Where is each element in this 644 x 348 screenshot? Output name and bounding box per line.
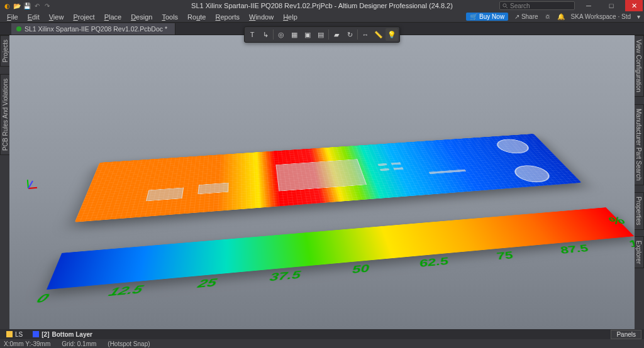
close-button[interactable]: ✕ — [625, 0, 643, 11]
menu-file[interactable]: File — [3, 12, 23, 22]
redo-icon[interactable]: ↷ — [43, 1, 52, 10]
open-icon[interactable]: 📂 — [13, 1, 21, 10]
save-icon[interactable]: 💾 — [23, 1, 31, 10]
chip-small-2 — [198, 183, 229, 194]
undo-icon[interactable]: ↶ — [33, 1, 42, 10]
tool-fill-icon[interactable]: ▰ — [330, 28, 343, 41]
status-bar: X:0mm Y:-39mm Grid: 0.1mm (Hotspot Snap) — [0, 339, 644, 348]
legend-tick: 87.5 — [558, 243, 591, 256]
status-coords: X:0mm Y:-39mm — [4, 340, 50, 347]
menu-bar: File Edit View Project Place Design Tool… — [0, 11, 644, 23]
tool-via-icon[interactable]: ◎ — [275, 28, 287, 41]
mounting-hole-1 — [492, 138, 534, 155]
menu-reports[interactable]: Reports — [211, 12, 244, 22]
active-bar-toolbar: T ↳ ◎ ▦ ▣ ▤ ▰ ↻ ↔ 📏 💡 — [244, 26, 400, 43]
menu-project[interactable]: Project — [69, 12, 99, 22]
buy-now-button[interactable]: 🛒Buy Now — [466, 13, 508, 21]
legend-tick: 75 — [495, 249, 515, 262]
legend-tick: 100 — [626, 237, 635, 249]
legend-tick: 37.5 — [269, 269, 301, 284]
layer-bar: LS [2] Bottom Layer Panels — [0, 329, 644, 339]
panels-button[interactable]: Panels — [611, 330, 641, 339]
document-tab-active[interactable]: SL1 Xilinx Spartan-IIE PQ208 Rev1.02.Pcb… — [11, 23, 175, 35]
maximize-button[interactable]: □ — [602, 0, 620, 11]
color-legend: 0 12.5 25 37.5 50 62.5 75 87.5 100 % — [47, 207, 634, 290]
title-bar: ◐ 📂 💾 ↶ ↷ SL1 Xilinx Spartan-IIE PQ208 R… — [0, 0, 644, 11]
app-logo-icon: ◐ — [3, 1, 11, 10]
workspace-selector[interactable]: SKA Workspace · Std — [571, 13, 631, 20]
search-placeholder: Search — [510, 3, 530, 9]
menu-help[interactable]: Help — [279, 12, 302, 22]
tool-repour-icon[interactable]: ↻ — [343, 28, 356, 41]
layer-swatch-icon — [6, 331, 13, 337]
legend-tick: 62.5 — [419, 255, 450, 269]
legend-tick: 25 — [196, 276, 218, 291]
3d-viewport[interactable]: 0 12.5 25 37.5 50 62.5 75 87.5 100 % — [9, 35, 635, 329]
side-tab-mfr-part[interactable]: Manufacturer Part Search — [633, 104, 644, 185]
document-tab-label: SL1 Xilinx Spartan-IIE PQ208 Rev1.02.Pcb… — [25, 25, 167, 33]
notifications-icon[interactable]: 🔔 — [557, 13, 565, 20]
tool-route-icon[interactable]: ↳ — [259, 28, 272, 41]
menu-design[interactable]: Design — [126, 12, 157, 22]
tool-text-icon[interactable]: T — [246, 28, 258, 41]
menu-place[interactable]: Place — [100, 12, 126, 22]
cloud-icon[interactable]: ⛭ — [545, 13, 551, 20]
legend-tick: 0 — [33, 291, 52, 306]
layer-bottom[interactable]: [2] Bottom Layer — [29, 331, 96, 338]
layer-index: [2] — [42, 331, 49, 338]
tool-pad-icon[interactable]: ▤ — [314, 28, 327, 41]
minimize-button[interactable]: ─ — [580, 0, 597, 11]
chip-fpga — [275, 159, 367, 191]
chip-small-1 — [146, 188, 184, 202]
layer-set-ls[interactable]: LS — [3, 331, 26, 338]
svg-point-0 — [503, 3, 506, 6]
layer-name: Bottom Layer — [52, 331, 92, 338]
layer-swatch-icon — [33, 331, 39, 337]
status-grid: Grid: 0.1mm — [62, 340, 96, 347]
menu-tools[interactable]: Tools — [157, 12, 182, 22]
pcb-board-heatmap — [75, 134, 581, 222]
search-input[interactable]: Search — [499, 1, 575, 10]
menu-window[interactable]: Window — [245, 12, 278, 22]
legend-tick: 12.5 — [106, 283, 146, 299]
workspace-dropdown-icon[interactable]: ▾ — [637, 13, 640, 20]
menu-view[interactable]: View — [45, 12, 69, 22]
search-icon — [502, 3, 508, 9]
tool-dim-icon[interactable]: ↔ — [359, 28, 372, 41]
menu-route[interactable]: Route — [183, 12, 210, 22]
main-area: Projects PCB Rules And Violations View C… — [0, 35, 644, 329]
mounting-hole-2 — [509, 165, 555, 183]
tool-highlight-icon[interactable]: 💡 — [386, 28, 398, 41]
svg-line-1 — [506, 6, 508, 8]
side-tab-view-config[interactable]: View Configuration — [633, 35, 644, 97]
tool-stack-icon[interactable]: ▦ — [288, 28, 301, 41]
legend-tick: 50 — [352, 263, 369, 276]
legend-unit: % — [604, 214, 629, 227]
axis-gizmo[interactable] — [22, 182, 41, 200]
menu-edit[interactable]: Edit — [23, 12, 44, 22]
share-button[interactable]: ↗ Share — [514, 13, 538, 20]
pcb-doc-icon — [16, 26, 21, 31]
app-title: SL1 Xilinx Spartan-IIE PQ208 Rev1.02.Prj… — [191, 2, 453, 9]
status-snap: (Hotspot Snap) — [108, 340, 150, 347]
side-tab-explorer[interactable]: Explorer — [633, 236, 644, 268]
layer-ls-label: LS — [15, 331, 23, 338]
tool-comp-icon[interactable]: ▣ — [301, 28, 314, 41]
tool-measure-icon[interactable]: 📏 — [372, 28, 385, 41]
side-tab-properties[interactable]: Properties — [633, 192, 644, 230]
